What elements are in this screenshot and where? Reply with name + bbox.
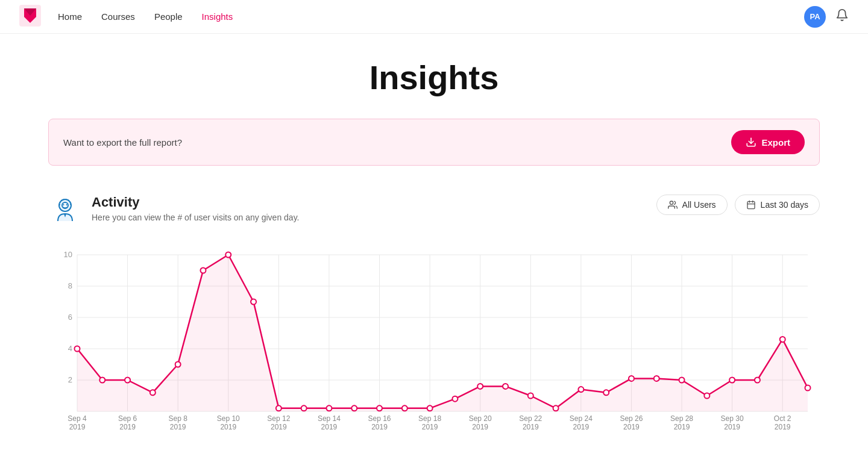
svg-point-83 [402, 405, 407, 411]
last30-label: Last 30 days [761, 200, 808, 210]
svg-text:2019: 2019 [119, 423, 136, 431]
svg-point-70 [75, 346, 80, 352]
svg-text:Sep 10: Sep 10 [217, 414, 240, 423]
svg-text:Sep 22: Sep 22 [519, 414, 542, 423]
svg-point-84 [427, 405, 433, 411]
svg-point-96 [729, 378, 735, 383]
nav-links: Home Courses People Insights [58, 11, 233, 22]
nav-people[interactable]: People [154, 11, 183, 22]
svg-point-77 [251, 299, 256, 305]
svg-text:Sep 30: Sep 30 [721, 414, 744, 423]
svg-text:Sep 16: Sep 16 [368, 414, 391, 423]
svg-point-8 [670, 201, 673, 204]
svg-point-90 [578, 387, 583, 392]
svg-text:2019: 2019 [371, 423, 388, 431]
navbar: Home Courses People Insights PA [0, 0, 868, 34]
svg-point-75 [200, 268, 206, 273]
activity-person-icon [48, 195, 82, 228]
svg-text:8: 8 [68, 281, 72, 290]
all-users-label: All Users [682, 200, 716, 210]
activity-controls: All Users Last 30 days [656, 195, 820, 215]
svg-point-78 [276, 405, 281, 411]
svg-point-79 [301, 405, 307, 411]
svg-point-89 [553, 405, 559, 411]
svg-text:Sep 4: Sep 4 [68, 414, 87, 423]
nav-insights[interactable]: Insights [202, 11, 233, 22]
svg-point-81 [351, 405, 357, 411]
activity-chart: 246810Sep 42019Sep 62019Sep 82019Sep 102… [48, 243, 820, 447]
svg-point-7 [66, 204, 68, 205]
activity-text: Activity Here you can view the # of user… [92, 195, 299, 222]
svg-text:Sep 6: Sep 6 [118, 414, 137, 423]
svg-point-71 [99, 378, 105, 383]
svg-text:2019: 2019 [523, 423, 539, 431]
svg-text:2019: 2019 [472, 423, 488, 431]
users-icon [668, 200, 678, 210]
svg-text:Sep 20: Sep 20 [469, 414, 492, 423]
svg-text:Sep 8: Sep 8 [168, 414, 187, 423]
svg-text:2019: 2019 [220, 423, 236, 431]
svg-point-95 [704, 393, 709, 399]
logo[interactable] [19, 5, 58, 29]
svg-point-91 [603, 390, 609, 395]
svg-text:2019: 2019 [724, 423, 740, 431]
page-title: Insights [48, 58, 820, 97]
export-button[interactable]: Export [731, 130, 805, 154]
svg-text:2019: 2019 [170, 423, 186, 431]
svg-text:Sep 14: Sep 14 [318, 414, 341, 423]
svg-text:2019: 2019 [69, 423, 86, 431]
svg-text:2019: 2019 [422, 423, 438, 431]
svg-text:Sep 12: Sep 12 [267, 414, 290, 423]
svg-text:2019: 2019 [271, 423, 287, 431]
activity-header: Activity Here you can view the # of user… [48, 195, 820, 228]
svg-text:2: 2 [68, 375, 72, 384]
svg-point-98 [780, 337, 785, 342]
svg-point-85 [452, 396, 458, 402]
svg-point-87 [503, 384, 508, 389]
svg-point-93 [654, 376, 659, 381]
svg-point-99 [805, 385, 811, 391]
svg-text:2019: 2019 [573, 423, 590, 431]
svg-point-86 [477, 384, 483, 389]
nav-home[interactable]: Home [58, 11, 82, 22]
svg-text:10: 10 [64, 250, 72, 259]
nav-courses[interactable]: Courses [101, 11, 135, 22]
svg-text:6: 6 [68, 313, 72, 322]
export-banner: Want to export the full report? Export [48, 119, 820, 166]
svg-point-73 [150, 390, 156, 395]
svg-text:Sep 28: Sep 28 [670, 414, 693, 423]
bell-icon[interactable] [835, 8, 849, 25]
activity-section: Activity Here you can view the # of user… [48, 195, 820, 450]
calendar-icon [746, 200, 756, 210]
svg-point-72 [125, 378, 130, 383]
activity-left: Activity Here you can view the # of user… [48, 195, 299, 228]
svg-text:Sep 26: Sep 26 [620, 414, 643, 423]
svg-point-82 [377, 405, 382, 411]
all-users-button[interactable]: All Users [656, 195, 728, 215]
svg-point-88 [528, 393, 533, 399]
svg-text:2019: 2019 [674, 423, 690, 431]
svg-point-76 [225, 252, 231, 258]
main-content: Insights Want to export the full report?… [24, 34, 844, 474]
activity-title: Activity [92, 195, 299, 210]
export-banner-text: Want to export the full report? [63, 137, 182, 148]
svg-text:Oct 2: Oct 2 [774, 414, 791, 423]
svg-rect-9 [747, 202, 755, 209]
chart-container: 246810Sep 42019Sep 62019Sep 82019Sep 102… [48, 243, 820, 450]
svg-point-94 [679, 378, 685, 383]
svg-point-80 [326, 405, 332, 411]
nav-right: PA [804, 6, 849, 28]
activity-description: Here you can view the # of user visits o… [92, 213, 299, 222]
svg-point-97 [755, 378, 760, 383]
svg-point-92 [629, 376, 634, 381]
avatar[interactable]: PA [804, 6, 826, 28]
svg-point-6 [63, 204, 64, 205]
svg-point-74 [175, 362, 181, 367]
svg-text:Sep 18: Sep 18 [418, 414, 441, 423]
last30-button[interactable]: Last 30 days [735, 195, 820, 215]
svg-text:2019: 2019 [321, 423, 338, 431]
svg-text:2019: 2019 [775, 423, 791, 431]
export-icon [746, 137, 756, 148]
svg-text:4: 4 [68, 344, 72, 353]
svg-text:2019: 2019 [623, 423, 640, 431]
